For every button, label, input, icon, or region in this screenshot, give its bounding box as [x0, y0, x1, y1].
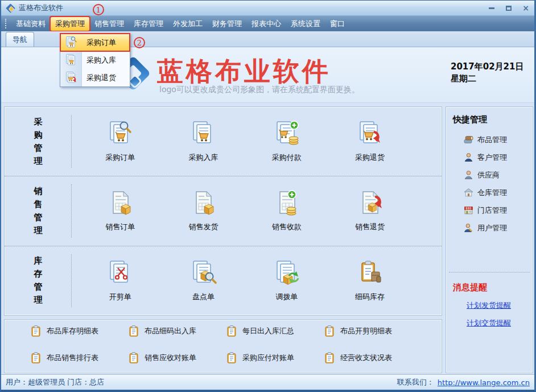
dropdown-item-label: 采购入库 [82, 55, 116, 65]
customer-manage-item[interactable]: 客户管理 [446, 148, 533, 166]
sales-delivery-icon [189, 189, 217, 217]
cut-order-icon [106, 259, 134, 287]
website-link[interactable]: http://www.lange.com.cn [438, 378, 530, 387]
dropdown-item-1[interactable]: 采购订单 [60, 34, 130, 51]
grid-item-label: 采购退货 [355, 152, 385, 163]
sidebar-panel: 快捷管理 布品管理客户管理供应商仓库管理门店管理用户管理 消息提醒 计划发货提醒… [446, 106, 533, 373]
menu-item-2[interactable]: 采购管理 [51, 17, 89, 31]
sales-delivery-item[interactable]: 销售发货 [162, 176, 245, 245]
report-item-label: 布品开剪明细表 [340, 326, 392, 336]
maximize-button[interactable] [505, 4, 513, 12]
message-link-1[interactable]: 计划发货提醒 [467, 300, 533, 311]
section-label-column: 销售管理 [5, 176, 72, 245]
purchase-payment-item[interactable]: 采购付款 [245, 107, 328, 176]
message-link-2[interactable]: 计划交货提醒 [467, 318, 533, 328]
section-label-column: 采购管理 [5, 107, 72, 176]
quick-item-label: 布品管理 [477, 135, 507, 145]
sales-order-item[interactable]: 销售订单 [79, 176, 162, 245]
report-item-4[interactable]: 布品开剪明细表 [298, 320, 396, 343]
menu-bar: 基础资料采购管理销售管理库存管理外发加工财务管理报表中心系统设置窗口 [1, 16, 534, 31]
app-window: 蓝格布业软件 × 基础资料采购管理销售管理库存管理外发加工财务管理报表中心系统设… [0, 0, 536, 392]
user-manage-item[interactable]: 用户管理 [446, 219, 533, 237]
menu-item-3[interactable]: 销售管理 [90, 17, 129, 31]
purchase-dropdown-menu: 采购订单采购入库采购退货 [60, 33, 130, 87]
cut-order-item[interactable]: 开剪单 [79, 246, 162, 315]
transfer-icon [273, 259, 300, 287]
sales-receipt-item[interactable]: 销售收款 [245, 176, 328, 245]
status-user-info: 用户：超级管理员 门店：总店 [6, 377, 104, 387]
sidebar-divider [449, 272, 530, 273]
menu-item-5[interactable]: 外发加工 [168, 17, 207, 31]
menu-item-8[interactable]: 系统设置 [286, 17, 325, 31]
weekday-text: 星期二 [451, 73, 524, 85]
store-icon [464, 205, 473, 215]
brand-subtitle: logo可以更改成贵公司形象图，请在系统配置界面更换。 [159, 85, 360, 95]
section-row-3: 库存管理开剪单盘点单调拨单细码库存 [5, 246, 442, 315]
section-row-2: 销售管理销售订单销售发货销售收款销售退货 [5, 176, 442, 245]
report-item-3[interactable]: 每日出入库汇总 [200, 320, 298, 343]
menu-grip-handle[interactable] [5, 19, 9, 28]
report-item-label: 销售应收对账单 [145, 353, 196, 363]
minimize-button[interactable] [488, 4, 496, 12]
close-button[interactable]: × [522, 4, 530, 12]
detail-stock-item[interactable]: 细码库存 [328, 246, 411, 315]
quick-item-label: 供应商 [477, 170, 500, 180]
quick-item-label: 门店管理 [477, 205, 507, 216]
quick-item-label: 用户管理 [477, 223, 507, 233]
dropdown-item-3[interactable]: 采购退货 [60, 69, 130, 86]
dropdown-item-label: 采购退货 [82, 73, 116, 83]
menu-items: 基础资料采购管理销售管理库存管理外发加工财务管理报表中心系统设置窗口 [11, 17, 350, 31]
quick-item-label: 仓库管理 [477, 188, 507, 198]
report-item-6[interactable]: 销售应收对账单 [102, 346, 200, 369]
supplier-manage-item[interactable]: 供应商 [446, 166, 533, 184]
sales-return-item[interactable]: 销售退货 [328, 176, 411, 245]
dropdown-icon-cell [60, 51, 82, 69]
message-links: 计划发货提醒计划交货提醒 [446, 300, 533, 328]
report-icon [324, 352, 335, 364]
report-item-7[interactable]: 采购应付对账单 [200, 346, 298, 369]
report-item-2[interactable]: 布品细码出入库 [102, 320, 200, 343]
report-item-5[interactable]: 布品销售排行表 [5, 346, 102, 369]
purchase-payment-icon [273, 120, 300, 147]
store-manage-item[interactable]: 门店管理 [446, 201, 533, 219]
fabric-manage-item[interactable]: 布品管理 [446, 131, 533, 148]
report-item-label: 布品细码出入库 [145, 326, 196, 336]
grid-item-label: 开剪单 [109, 292, 131, 302]
menu-item-7[interactable]: 报表中心 [247, 17, 286, 31]
transfer-item[interactable]: 调拨单 [245, 246, 328, 315]
section-title: 销售管理 [33, 185, 43, 237]
window-controls: × [488, 4, 530, 12]
window-title: 蓝格布业软件 [19, 3, 63, 13]
sales-receipt-icon [273, 189, 300, 217]
report-item-8[interactable]: 经营收支状况表 [298, 346, 396, 369]
section-title: 采购管理 [33, 115, 43, 168]
warehouse-icon [464, 188, 473, 197]
tab-navigation[interactable]: 导航 [6, 32, 34, 47]
report-icon [128, 325, 139, 337]
report-item-label: 每日出入库汇总 [242, 326, 294, 336]
purchase-inbound-item[interactable]: 采购入库 [162, 107, 245, 176]
supplier-icon [464, 170, 473, 180]
section-label-column: 库存管理 [5, 246, 72, 315]
menu-item-4[interactable]: 库存管理 [129, 17, 168, 31]
report-item-1[interactable]: 布品库存明细表 [5, 320, 102, 343]
message-alert-title: 消息提醒 [453, 282, 533, 293]
dropdown-item-2[interactable]: 采购入库 [60, 51, 130, 69]
grid-item-label: 销售收款 [272, 222, 302, 232]
menu-item-9[interactable]: 窗口 [325, 17, 349, 31]
purchase-return-icon [356, 120, 384, 147]
purchase-order-icon [106, 120, 134, 147]
report-icon [324, 325, 335, 337]
menu-item-6[interactable]: 财务管理 [208, 17, 246, 31]
title-bar: 蓝格布业软件 × [1, 1, 534, 16]
section-items: 销售订单销售发货销售收款销售退货 [79, 176, 411, 245]
user-icon [464, 223, 473, 233]
menu-item-1[interactable]: 基础资料 [11, 17, 50, 31]
section-items: 开剪单盘点单调拨单细码库存 [79, 246, 411, 315]
warehouse-manage-item[interactable]: 仓库管理 [446, 184, 533, 201]
purchase-order-item[interactable]: 采购订单 [79, 107, 162, 176]
purchase-return-item[interactable]: 采购退货 [328, 107, 411, 176]
sales-order-icon [106, 189, 134, 217]
quick-manage-list: 布品管理客户管理供应商仓库管理门店管理用户管理 [446, 131, 533, 237]
stocktake-item[interactable]: 盘点单 [162, 246, 245, 315]
